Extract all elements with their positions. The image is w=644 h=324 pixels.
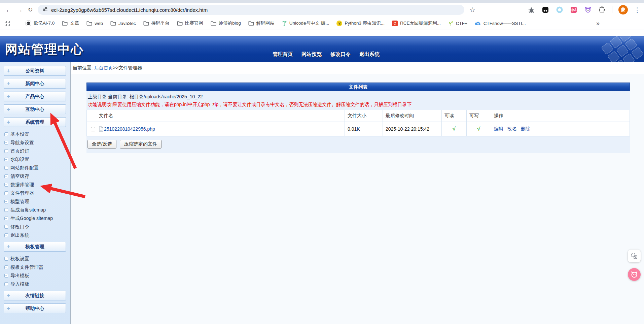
extensions-puzzle-icon[interactable] (598, 6, 606, 14)
bookmark-javasec[interactable]: JavaSec (110, 21, 136, 26)
bookmark-articles[interactable]: 文章 (62, 20, 79, 26)
dark-eyes-extension-icon[interactable] (541, 6, 549, 14)
bug-extension-icon[interactable] (527, 6, 535, 14)
bookmark-ctfshow-ssti[interactable]: CTFshow——SSTI... (475, 21, 526, 26)
sidebar-group-product-center[interactable]: 产品中心 (4, 92, 66, 101)
bookmark-ctf-plus[interactable]: CTF+ (448, 21, 467, 26)
function-notice: 功能说明:如果要使用压缩文件功能，请在php.ini中开启php_zip，请不要… (86, 101, 630, 110)
file-list-panel: 文件列表 上级目录 当前目录: 根目录/uploads/cache/2025_1… (86, 83, 630, 153)
sidebar-item-file-manager[interactable]: 文件管理器 (0, 189, 70, 197)
sidebar-item-clear-cache[interactable]: 清空缓存 (0, 172, 70, 181)
file-checkbox[interactable] (91, 127, 95, 131)
nav-logout[interactable]: 退出系统 (359, 51, 380, 58)
bookmark-unicode-chinese[interactable]: Unicode与中文 编... (282, 20, 329, 26)
float-assistant-icon[interactable] (628, 268, 641, 281)
sidebar-group-system-management[interactable]: 系统管理 (4, 117, 66, 127)
bookmark-competition-site[interactable]: 比赛官网 (177, 20, 203, 26)
sidebar-item-logout[interactable]: 退出系统 (0, 231, 70, 239)
sidebar-item-model-management[interactable]: 模型管理 (0, 197, 70, 206)
bookmark-decode-site[interactable]: 解码网站 (248, 20, 275, 26)
delete-link[interactable]: 删除 (521, 126, 530, 131)
sidebar-item-site-mail-config[interactable]: 网站邮件配置 (0, 164, 70, 172)
nav-change-password[interactable]: 修改口令 (330, 51, 351, 58)
sidebar-item-import-template[interactable]: 导入模板 (0, 280, 70, 288)
item-bullet-icon (4, 191, 8, 195)
sidebar-item-database-management[interactable]: 数据库管理 (0, 181, 70, 189)
sidebar-item-template-settings[interactable]: 模板设置 (0, 255, 70, 263)
item-bullet-icon (4, 217, 8, 220)
sidebar-item-baidu-sitemap[interactable]: 生成百度sitemap (0, 206, 70, 214)
sidebar-item-watermark-settings[interactable]: 水印设置 (0, 155, 70, 164)
expand-plus-icon (7, 95, 10, 98)
file-name-link[interactable]: 2510220810422956.php (104, 126, 155, 132)
col-filesize: 文件大小 (345, 110, 383, 122)
site-settings-icon[interactable] (42, 6, 48, 13)
bookmark-master-blog[interactable]: 师傅的blog (211, 20, 241, 26)
col-readable: 可读 (442, 110, 467, 122)
url-text: eci-2zeg2yp0gp6w6zb657sd.cloudeci1.ichun… (51, 7, 208, 13)
browser-window: ← → ↻ eci-2zeg2yp0gp6w6zb657sd.cloudeci1… (0, 0, 644, 324)
expand-plus-icon (7, 245, 10, 248)
profile-avatar[interactable]: 蒙 (618, 5, 628, 14)
sidebar-item-google-sitemap[interactable]: 生成Google sitemap (0, 214, 70, 223)
item-bullet-icon (4, 208, 8, 212)
bookmarks-bar: 欧亿Ai-7.0 文章 web JavaSec 接码平台 比赛官网 师傅的blo… (0, 17, 644, 30)
page-top-margin (0, 30, 644, 36)
rename-link[interactable]: 改名 (507, 126, 517, 131)
sidebar-group-company-info[interactable]: 公司资料 (4, 66, 66, 76)
bookmark-ouyi-ai[interactable]: 欧亿Ai-7.0 (26, 20, 55, 26)
reload-icon[interactable]: ↻ (25, 4, 36, 15)
sidebar-group-interaction-center[interactable]: 互动中心 (4, 104, 66, 114)
bookmark-python3-crawler[interactable]: ☣ Python3 爬虫知识... (336, 20, 385, 26)
nav-admin-home[interactable]: 管理首页 (273, 51, 293, 58)
bookmark-star-icon[interactable]: ☆ (467, 4, 478, 15)
readable-check-icon: √ (453, 126, 456, 132)
toolbar-divider (612, 6, 612, 13)
sidebar-group-news-center[interactable]: 新闻中心 (4, 79, 66, 89)
sidebar-item-basic-settings[interactable]: 基本设置 (0, 130, 70, 138)
sidebar-item-navbar-settings[interactable]: 导航条设置 (0, 138, 70, 147)
bookmark-sms-platform[interactable]: 接码平台 (143, 20, 170, 26)
item-bullet-icon (4, 225, 8, 229)
bookmark-web[interactable]: web (86, 21, 103, 26)
float-screenshot-icon[interactable] (628, 250, 641, 262)
nav-site-preview[interactable]: 网站预览 (301, 51, 322, 58)
sidebar-item-home-slides[interactable]: 首页幻灯 (0, 147, 70, 155)
col-writable: 可写 (467, 110, 491, 122)
back-icon[interactable]: ← (3, 4, 14, 15)
col-actions: 操作 (491, 110, 630, 122)
keyboard-decoration (585, 36, 644, 62)
bookmarks-divider (18, 20, 18, 26)
item-bullet-icon (4, 200, 8, 203)
site-logo: 网站管理中心 (5, 41, 84, 58)
current-directory-path: 根目录/uploads/cache/2025_10_22 (130, 94, 203, 99)
apps-grid-icon[interactable] (5, 21, 10, 26)
sidebar-item-template-file-manager[interactable]: 模板文件管理器 (0, 263, 70, 271)
breadcrumb-home-link[interactable]: 后台首页 (94, 65, 113, 70)
sidebar-group-template-management[interactable]: 模板管理 (4, 242, 66, 252)
content-area: 文件列表 上级目录 当前目录: 根目录/uploads/cache/2025_1… (71, 74, 644, 324)
edit-link[interactable]: 编辑 (494, 126, 503, 131)
address-bar[interactable]: eci-2zeg2yp0gp6w6zb657sd.cloudeci1.ichun… (38, 5, 464, 15)
parent-directory-link[interactable]: 上级目录 (88, 94, 107, 99)
browser-menu-icon[interactable]: ⋮ (634, 6, 641, 14)
bookmarks-overflow-icon[interactable]: » (596, 20, 600, 27)
breadcrumb: 当前位置: 后台首页>>文件管理器 (71, 62, 644, 74)
translate-extension-icon[interactable]: 中A (570, 6, 578, 14)
bookmark-rce-blind[interactable]: C RCE无回显漏洞利... (392, 20, 441, 26)
kuromi-extension-icon[interactable] (584, 6, 592, 14)
select-all-button[interactable]: 全选/反选 (87, 140, 116, 149)
extension-group: 中A 蒙 ⋮ (527, 5, 641, 14)
compress-selected-button[interactable]: 压缩选定的文件 (120, 140, 162, 149)
forward-icon[interactable]: → (14, 4, 25, 15)
item-bullet-icon (4, 257, 8, 261)
sidebar-item-export-template[interactable]: 导出模板 (0, 271, 70, 280)
sidebar-group-friend-links[interactable]: 友情链接 (4, 291, 66, 300)
sidebar-group-help-center[interactable]: 帮助中心 (4, 303, 66, 313)
item-bullet-icon (4, 158, 8, 161)
sidebar-item-change-password[interactable]: 修改口令 (0, 223, 70, 231)
biohazard-icon: ☣ (336, 21, 342, 26)
blue-ring-extension-icon[interactable] (556, 6, 564, 14)
item-bullet-icon (4, 183, 8, 187)
site-header: 网站管理中心 管理首页 网站预览 修改口令 退出系统 (0, 36, 644, 62)
